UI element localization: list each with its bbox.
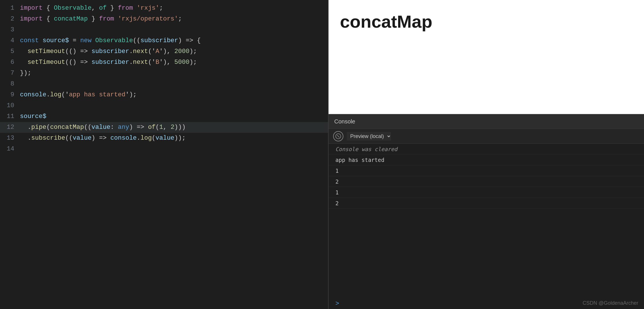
- token: (() =>: [65, 48, 91, 55]
- token: console: [110, 135, 137, 142]
- code-line: 5 setTimeout(() => subscriber.next('A'),…: [0, 46, 328, 57]
- token: [114, 15, 118, 23]
- line-content: import { Observable, of } from 'rxjs';: [20, 3, 328, 14]
- token: {: [42, 15, 54, 23]
- token: [92, 37, 95, 44]
- token: :: [110, 124, 118, 131]
- token: ');: [125, 91, 137, 98]
- line-content: setTimeout(() => subscriber.next('A'), 2…: [20, 46, 328, 57]
- code-line: 11source$: [0, 111, 328, 122]
- token: 5000: [174, 59, 189, 66]
- token: ) =>: [92, 135, 110, 142]
- token: }: [88, 15, 99, 23]
- line-number: 2: [0, 14, 20, 25]
- token: A: [155, 48, 159, 55]
- token: setTimeout: [20, 59, 65, 66]
- token: any: [118, 124, 129, 131]
- line-number: 7: [0, 68, 20, 79]
- token: source$: [20, 113, 46, 120]
- line-content: });: [20, 68, 328, 79]
- code-line: 9console.log('app has started');: [0, 90, 328, 100]
- token: of: [99, 5, 106, 12]
- token: of: [148, 124, 155, 131]
- line-content: import { concatMap } from 'rxjs/operator…: [20, 14, 328, 25]
- console-row: Console was cleared: [329, 144, 644, 154]
- token: [39, 37, 42, 44]
- console-toolbar: Preview (local)Top: [329, 129, 644, 144]
- token: ;: [159, 5, 163, 12]
- token: next: [133, 59, 148, 66]
- token: (: [155, 124, 159, 131]
- token: ((: [65, 135, 72, 142]
- token: subscriber: [92, 59, 129, 66]
- token: log: [141, 135, 152, 142]
- line-content: [20, 144, 328, 154]
- token: .: [20, 135, 31, 142]
- token: }: [107, 5, 118, 12]
- code-line: 7});: [0, 68, 328, 79]
- token: subscribe: [31, 135, 65, 142]
- line-number: 10: [0, 100, 20, 111]
- token: );: [189, 48, 197, 55]
- preview-select[interactable]: Preview (local)Top: [347, 132, 391, 141]
- token: setTimeout: [20, 48, 65, 55]
- token: new: [80, 37, 92, 44]
- token: ));: [174, 135, 186, 142]
- token: '),: [159, 48, 175, 55]
- token: pipe: [31, 124, 46, 131]
- token: log: [50, 91, 62, 98]
- console-row: 1: [329, 187, 644, 198]
- token: from: [99, 15, 114, 23]
- line-content: [20, 79, 328, 90]
- code-line: 10: [0, 100, 328, 111]
- line-number: 8: [0, 79, 20, 90]
- token: concatMap: [54, 15, 88, 23]
- token: 'rxjs/operators': [118, 15, 178, 23]
- line-number: 3: [0, 25, 20, 35]
- line-number: 12: [0, 122, 20, 133]
- line-content: console.log('app has started');: [20, 90, 328, 100]
- token: '),: [159, 59, 175, 66]
- token: 2: [171, 124, 174, 131]
- token: console: [20, 91, 46, 98]
- token: (() =>: [65, 59, 91, 66]
- token: );: [189, 59, 197, 66]
- line-number: 13: [0, 133, 20, 144]
- token: import: [20, 15, 42, 23]
- code-line: 4const source$ = new Observable((subscri…: [0, 35, 328, 46]
- console-row: 2: [329, 198, 644, 209]
- token: value: [92, 124, 110, 131]
- token: (': [61, 91, 69, 98]
- right-panel: concatMap Console Preview (local)Top Con…: [329, 0, 644, 309]
- token: .: [20, 124, 31, 131]
- token: B: [155, 59, 159, 66]
- token: next: [133, 48, 148, 55]
- console-output: Console was clearedapp has started1212: [329, 144, 644, 298]
- line-number: 6: [0, 57, 20, 68]
- token: subscriber: [141, 37, 178, 44]
- token: const: [20, 37, 39, 44]
- token: ((: [84, 124, 91, 131]
- code-editor: 1import { Observable, of } from 'rxjs';2…: [0, 0, 328, 309]
- token: ) =>: [129, 124, 148, 131]
- line-content: [20, 100, 328, 111]
- line-content: .subscribe((value) => console.log(value)…: [20, 133, 328, 144]
- token: {: [42, 5, 54, 12]
- token: value: [73, 135, 92, 142]
- line-content: const source$ = new Observable((subscrib…: [20, 35, 328, 46]
- clear-console-button[interactable]: [333, 131, 343, 141]
- prompt-arrow: >: [335, 300, 339, 307]
- console-row: 1: [329, 165, 644, 176]
- code-line: 2import { concatMap } from 'rxjs/operato…: [0, 14, 328, 25]
- line-number: 9: [0, 90, 20, 100]
- line-number: 5: [0, 46, 20, 57]
- watermark: CSDN @GoldenaArcher: [583, 300, 638, 306]
- token: subscriber: [92, 48, 129, 55]
- token: from: [118, 5, 133, 12]
- token: (': [148, 59, 155, 66]
- line-number: 1: [0, 3, 20, 14]
- console-tab-label[interactable]: Console: [334, 118, 355, 125]
- code-line: 3: [0, 25, 328, 35]
- token: .: [137, 135, 140, 142]
- preview-area: concatMap: [329, 0, 644, 114]
